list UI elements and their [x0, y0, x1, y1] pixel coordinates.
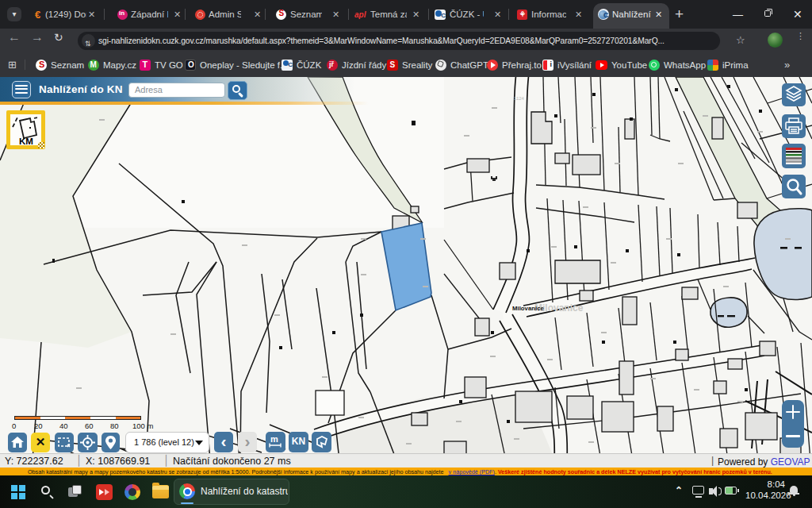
svg-text:m: m: [270, 434, 278, 444]
svg-text:Milovanice: Milovanice: [512, 305, 545, 312]
svg-text:1124: 1124: [514, 96, 525, 101]
svg-text:KM: KM: [19, 137, 33, 145]
